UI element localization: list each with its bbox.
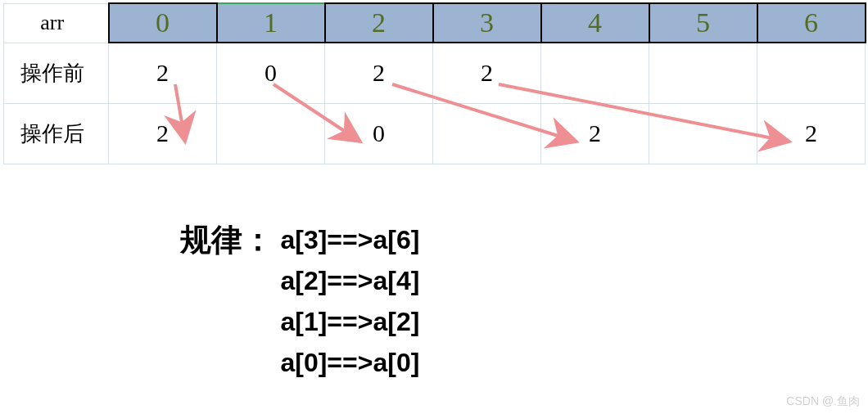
after-row: 操作后 2 0 2 2 (4, 103, 866, 164)
rule-3: a[0]==>a[0] (280, 342, 419, 383)
rule-2: a[1]==>a[2] (280, 301, 419, 342)
index-1: 1 (217, 3, 325, 43)
after-5 (649, 103, 757, 164)
after-6: 2 (757, 103, 866, 164)
array-table: arr 0 1 2 3 4 5 6 操作前 2 0 2 2 操作后 2 0 2 … (3, 2, 866, 164)
index-3: 3 (433, 3, 541, 43)
before-0: 2 (109, 43, 217, 103)
before-1: 0 (217, 43, 325, 103)
index-0: 0 (109, 3, 217, 43)
index-6: 6 (757, 3, 866, 43)
arr-label: arr (4, 3, 109, 43)
before-5 (649, 43, 757, 103)
index-4: 4 (541, 3, 649, 43)
rules-title: 规律： (180, 219, 274, 261)
rule-1: a[2]==>a[4] (280, 260, 419, 301)
before-4 (541, 43, 649, 103)
rule-0: a[3]==>a[6] (280, 219, 419, 260)
index-2: 2 (325, 3, 433, 43)
watermark: CSDN @.鱼肉 (786, 394, 860, 409)
index-5: 5 (649, 3, 757, 43)
index-row: arr 0 1 2 3 4 5 6 (4, 3, 866, 43)
before-2: 2 (325, 43, 433, 103)
before-label: 操作前 (4, 43, 109, 103)
after-label: 操作后 (4, 103, 109, 164)
rules-lines: a[3]==>a[6] a[2]==>a[4] a[1]==>a[2] a[0]… (280, 219, 419, 383)
before-6 (757, 43, 866, 103)
after-1 (217, 103, 325, 164)
before-row: 操作前 2 0 2 2 (4, 43, 866, 103)
after-4: 2 (541, 103, 649, 164)
after-0: 2 (109, 103, 217, 164)
after-2: 0 (325, 103, 433, 164)
rules-block: 规律： a[3]==>a[6] a[2]==>a[4] a[1]==>a[2] … (180, 219, 419, 383)
before-3: 2 (433, 43, 541, 103)
after-3 (433, 103, 541, 164)
